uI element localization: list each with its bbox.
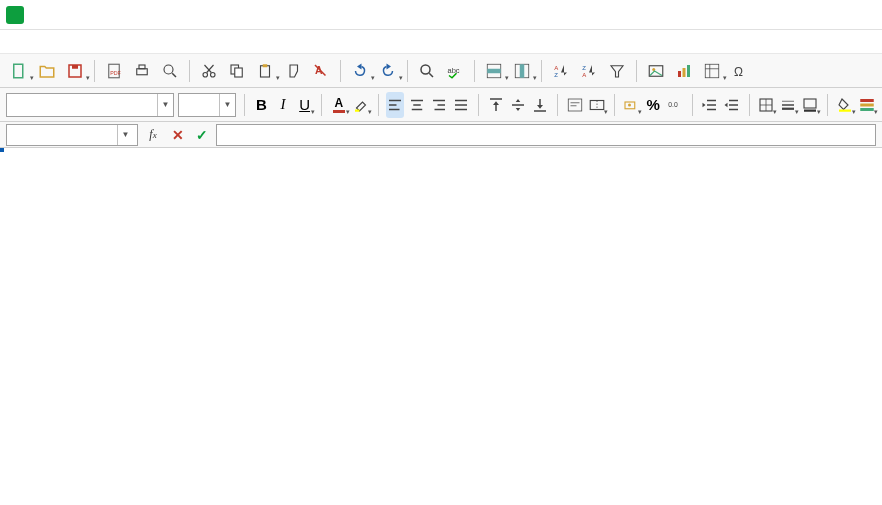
svg-marker-30 (561, 65, 567, 76)
svg-rect-25 (487, 68, 501, 73)
border-style-icon[interactable]: ▾ (779, 92, 797, 118)
svg-marker-20 (387, 63, 392, 69)
svg-rect-66 (568, 99, 582, 111)
svg-rect-37 (678, 71, 681, 77)
svg-rect-38 (683, 68, 686, 77)
svg-line-8 (172, 73, 176, 77)
svg-rect-40 (705, 64, 719, 78)
chevron-down-icon[interactable]: ▼ (219, 94, 235, 116)
svg-point-21 (421, 65, 430, 74)
svg-rect-44 (355, 109, 360, 111)
svg-rect-89 (804, 109, 816, 111)
font-size-input[interactable] (179, 94, 219, 116)
svg-point-9 (203, 72, 208, 77)
selection-range-box (0, 148, 4, 152)
export-pdf-icon[interactable]: PDF (101, 58, 127, 84)
svg-rect-91 (860, 99, 874, 102)
svg-rect-2 (72, 65, 78, 69)
title-bar (0, 0, 882, 30)
copy-icon[interactable] (224, 58, 250, 84)
formula-input[interactable] (216, 124, 876, 146)
italic-icon[interactable]: I (274, 92, 292, 118)
row-icon[interactable]: ▾ (481, 58, 507, 84)
chart-icon[interactable] (671, 58, 697, 84)
svg-rect-93 (860, 108, 874, 111)
svg-rect-5 (137, 68, 148, 74)
new-doc-icon[interactable]: ▾ (6, 58, 32, 84)
chevron-down-icon[interactable]: ▼ (117, 125, 133, 145)
bold-icon[interactable]: B (253, 92, 271, 118)
cond-format-icon[interactable]: ▾ (858, 92, 876, 118)
open-icon[interactable] (34, 58, 60, 84)
svg-text:abc: abc (448, 65, 460, 74)
standard-toolbar: ▾ ▾ PDF ▾ A ▾ ▾ abc ▾ ▾ AZ ZA ▾ Ω (0, 54, 882, 88)
font-color-icon[interactable]: A▾ (330, 92, 348, 118)
align-center-icon[interactable] (408, 92, 426, 118)
image-icon[interactable] (643, 58, 669, 84)
border-color-icon[interactable]: ▾ (801, 92, 819, 118)
align-right-icon[interactable] (430, 92, 448, 118)
merge-cells-icon[interactable]: ▾ (588, 92, 606, 118)
find-icon[interactable] (414, 58, 440, 84)
svg-marker-19 (357, 63, 362, 69)
svg-text:Z: Z (582, 64, 586, 70)
spreadsheet-grid[interactable] (0, 148, 882, 505)
wrap-text-icon[interactable] (566, 92, 584, 118)
autofilter-icon[interactable] (604, 58, 630, 84)
sort-asc-icon[interactable]: AZ (548, 58, 574, 84)
bg-color-icon[interactable]: ▾ (836, 92, 854, 118)
svg-rect-15 (261, 65, 270, 76)
valign-bottom-icon[interactable] (531, 92, 549, 118)
print-preview-icon[interactable] (157, 58, 183, 84)
redo-icon[interactable]: ▾ (375, 58, 401, 84)
number-format-icon[interactable]: 0.0 (666, 92, 684, 118)
currency-icon[interactable]: ▾ (622, 92, 640, 118)
cancel-icon[interactable]: ✕ (168, 127, 188, 143)
chevron-down-icon[interactable]: ▼ (157, 94, 173, 116)
font-size-combo[interactable]: ▼ (178, 93, 236, 117)
percent-icon[interactable]: % (644, 92, 662, 118)
name-box[interactable]: ▼ (6, 124, 138, 146)
svg-rect-0 (14, 64, 23, 78)
font-name-input[interactable] (7, 94, 157, 116)
svg-rect-88 (804, 99, 816, 108)
svg-rect-14 (235, 68, 243, 77)
undo-icon[interactable]: ▾ (347, 58, 373, 84)
save-icon[interactable]: ▾ (62, 58, 88, 84)
svg-rect-92 (860, 103, 874, 106)
clear-format-icon[interactable]: A (308, 58, 334, 84)
indent-dec-icon[interactable] (723, 92, 741, 118)
borders-icon[interactable]: ▾ (757, 92, 775, 118)
svg-marker-77 (702, 102, 705, 107)
align-justify-icon[interactable] (452, 92, 470, 118)
paste-icon[interactable]: ▾ (252, 58, 278, 84)
pivot-icon[interactable]: ▾ (699, 58, 725, 84)
special-char-icon[interactable]: Ω (727, 58, 753, 84)
svg-point-10 (211, 72, 216, 77)
format-toolbar: ▼ ▼ B I U▾ A▾ ▾ ▾ ▾ % 0.0 ▾ ▾ ▾ ▾ ▾ (0, 88, 882, 122)
valign-middle-icon[interactable] (509, 92, 527, 118)
spellcheck-icon[interactable]: abc (442, 58, 468, 84)
svg-rect-6 (139, 65, 145, 69)
function-wizard-icon[interactable]: fx (142, 124, 164, 146)
name-box-input[interactable] (7, 128, 117, 142)
sort-desc-icon[interactable]: ZA (576, 58, 602, 84)
print-icon[interactable] (129, 58, 155, 84)
svg-text:Z: Z (554, 72, 558, 78)
col-icon[interactable]: ▾ (509, 58, 535, 84)
underline-icon[interactable]: U▾ (296, 92, 314, 118)
cut-icon[interactable] (196, 58, 222, 84)
font-name-combo[interactable]: ▼ (6, 93, 174, 117)
svg-rect-90 (839, 109, 851, 111)
valign-top-icon[interactable] (487, 92, 505, 118)
svg-rect-16 (263, 64, 268, 67)
svg-point-7 (164, 65, 173, 74)
highlight-icon[interactable]: ▾ (352, 92, 370, 118)
svg-text:A: A (554, 64, 558, 70)
svg-text:0.0: 0.0 (668, 100, 678, 107)
align-left-icon[interactable] (386, 92, 404, 118)
svg-line-22 (429, 73, 433, 77)
indent-inc-icon[interactable] (701, 92, 719, 118)
accept-icon[interactable]: ✓ (192, 127, 212, 143)
clone-format-icon[interactable] (280, 58, 306, 84)
